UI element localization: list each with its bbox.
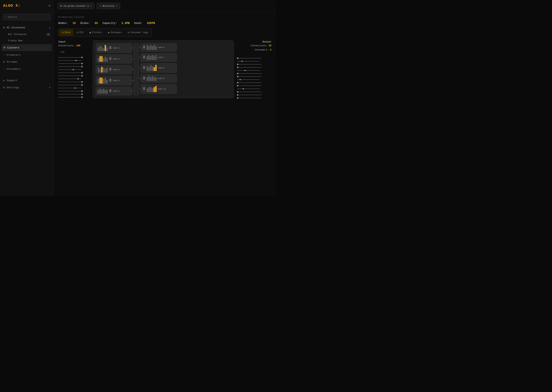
node-3-label: node-3 [113,69,120,71]
logo: ALGO X: [3,3,21,8]
node-8-db-icon: 🗄 [143,66,145,70]
node-6-db-icon: 🗄 [143,46,145,49]
clusters-icon: ⊡ [4,46,5,49]
output-side: Output Connections: 20 Consumers: 2 [237,40,271,99]
producers-icon: → [3,53,5,56]
nav-item-producers[interactable]: → Producers [0,51,53,58]
used-label: Used: [134,22,142,25]
node-7-db-icon: 🗄 [143,56,145,59]
output-label: Output [237,40,271,43]
wire [58,75,93,77]
wire [58,78,93,80]
cluster-chevron-icon: ▼ [90,5,91,7]
node-2-db-icon: 🗄 [109,57,112,61]
node-card-5: 🗄 node-5 [96,87,132,95]
nav-subitem-all-instances[interactable]: All Instances 3 [0,31,53,38]
node-8-label: node-8 [158,67,165,69]
output-consumers: Consumers: 2 [237,49,271,51]
disk-tab-label: Disk [65,31,70,34]
activity-chevron-icon: ▼ [116,5,117,7]
cpu-tab-label: CPU [79,31,83,34]
output-consumers-value: 2 [270,49,271,51]
wire [58,84,93,86]
nav-item-support[interactable]: ◎ Support [0,77,53,84]
search-input[interactable] [8,16,48,19]
node-5-db-icon: 🗄 [109,89,112,93]
wire [58,90,93,92]
disks-value: 80 [95,22,98,25]
node-9-label: node-9 [158,77,165,80]
node-card-4: 🗄 node-4 [96,76,132,85]
wire-out [237,66,271,69]
node-10-db-icon: 🗄 [143,87,145,91]
cluster-grid: 🗄 node-1 [93,40,234,98]
stats-row: Nodes: 10 Disks: 80 Capacity: 1.2PB Used… [58,22,271,25]
disk-tab-icon: ⊙ [62,31,64,34]
output-connections-value: 20 [269,44,271,47]
wire-out [237,88,271,90]
x2instances-label: X2 Instances [7,26,25,29]
wire [58,93,93,95]
tab-cpu[interactable]: ⊟ CPU [74,30,86,35]
wire [58,63,93,65]
output-connections: Connections: 20 [237,44,271,47]
wire-out [237,78,271,81]
node-card-1: 🗄 node-1 [96,43,132,53]
settings-icon: ⚙ [3,86,5,89]
node-10-label: node-10 [158,88,166,90]
nav-item-clusters[interactable]: ⊡ Clusters [1,44,52,51]
node-4-db-icon: 🗄 [109,79,112,82]
nodes-value: 10 [73,22,76,25]
nav-section: ⊞ X2 Instances ▲ All Instances 3 Create … [0,23,53,74]
consumer-lags-tab-icon: ⇄ [128,31,129,34]
tab-consumer-lags[interactable]: ⇄ Consumer Lags [125,30,151,35]
wire-out [237,57,271,59]
search-container: ⌕ [3,14,51,20]
diagram-wrapper: Input Connections: 180 x10 [58,40,271,99]
nav-subitem-create-new[interactable]: Create New [0,38,53,44]
wire [58,96,93,98]
nav-item-settings[interactable]: ⚙ Settings ▼ [0,84,53,91]
topbar: ⊟ x2-prod-cluster-1 ▼ ↗ Activity ▼ [54,0,276,12]
output-wires [237,57,271,99]
sidebar-header: ALGO X: ⊞ [0,0,53,12]
input-wires [58,56,93,98]
wire [58,65,93,68]
node-3-db-icon: 🗄 [109,68,112,71]
wire-out [237,60,271,63]
logo-accent: X: [13,3,21,8]
capacity-value: 1.2PB [122,22,130,25]
cluster-selector-button[interactable]: ⊟ x2-prod-cluster-1 ▼ [58,3,94,9]
wire [58,81,93,83]
wire [58,87,93,89]
search-icon: ⌕ [5,15,7,19]
node-card-10: 🗄 node-10 [140,84,177,94]
tab-process[interactable]: ▣ Process [87,30,104,35]
tabs-row: ⊙ Disk ⊟ CPU ▣ Process ◉ Gateways ⇄ Cons… [58,28,152,36]
support-icon: ◎ [3,79,5,82]
wire-out [237,63,271,65]
nav-item-streams[interactable]: ⊟ Streams [0,58,53,65]
activity-button[interactable]: ↗ Activity ▼ [97,3,120,9]
node-card-6: 🗄 node-6 [140,43,177,52]
content-area: Production Cluster Nodes: 10 Disks: 80 C… [54,12,276,196]
tab-gateways[interactable]: ◉ Gateways [105,30,124,35]
node-7-label: node-7 [158,56,165,59]
nav-item-consumers[interactable]: ← Consumers [0,65,53,72]
wire-out [237,91,271,93]
node-card-9: 🗄 node-9 [140,74,177,83]
wire-out [237,84,271,87]
cluster-icon: ⊟ [60,4,62,7]
sidebar-toggle-button[interactable]: ⊞ [49,4,51,8]
activity-label: Activity [102,5,114,7]
center-bus [134,43,139,95]
nav-group-x2instances[interactable]: ⊞ X2 Instances ▲ [0,24,53,31]
node-card-7: 🗄 node-7 [140,53,177,62]
wire [58,69,93,71]
main-content: ⊟ x2-prod-cluster-1 ▼ ↗ Activity ▼ Produ… [54,0,276,196]
node-card-2: 🗄 node-2 [96,54,132,63]
wire-out [237,72,271,75]
node-9-db-icon: 🗄 [143,77,145,80]
multiplier-label: x10 [60,51,93,54]
tab-disk[interactable]: ⊙ Disk [59,29,73,35]
